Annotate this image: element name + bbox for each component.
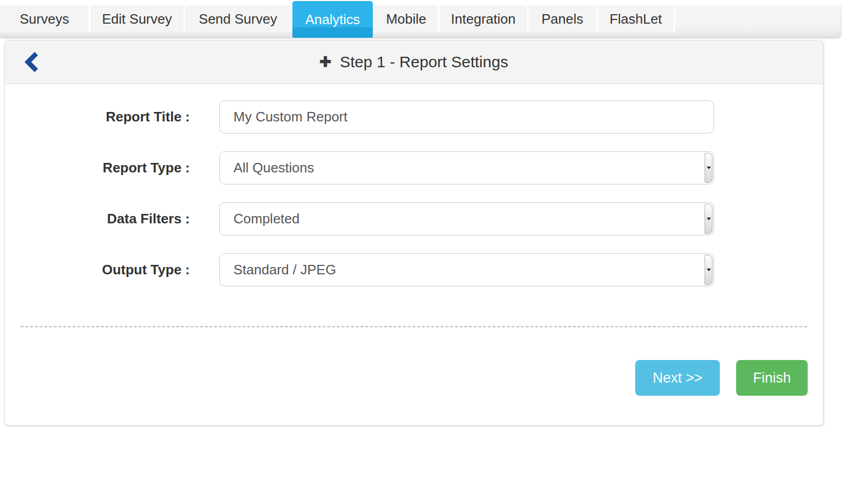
tab-flashlet[interactable]: FlashLet xyxy=(598,5,675,33)
report-title-input[interactable] xyxy=(219,100,714,133)
next-button[interactable]: Next >> xyxy=(635,360,720,396)
data-filters-row: Data Filters : Completed xyxy=(5,202,823,235)
caret-down-icon xyxy=(707,167,711,169)
tab-edit-survey[interactable]: Edit Survey xyxy=(90,5,185,33)
card-header: ✚ Step 1 - Report Settings xyxy=(5,40,823,84)
dropdown-arrow-button[interactable] xyxy=(705,255,712,285)
action-buttons: Next >> Finish xyxy=(5,360,823,396)
caret-down-icon xyxy=(707,269,711,271)
dropdown-arrow-button[interactable] xyxy=(705,153,712,183)
finish-button[interactable]: Finish xyxy=(736,360,808,396)
report-type-label: Report Type : xyxy=(5,160,190,176)
dashed-divider xyxy=(21,326,807,327)
data-filters-select[interactable]: Completed xyxy=(219,202,714,235)
page-title: Step 1 - Report Settings xyxy=(340,53,508,71)
tab-panels[interactable]: Panels xyxy=(528,5,598,33)
tab-integration[interactable]: Integration xyxy=(440,5,528,33)
selected-value: All Questions xyxy=(233,160,314,176)
report-title-label: Report Title : xyxy=(5,109,190,125)
dropdown-arrow-button[interactable] xyxy=(705,204,712,234)
caret-down-icon xyxy=(707,218,711,220)
output-type-row: Output Type : Standard / JPEG xyxy=(5,253,823,286)
report-settings-card: ✚ Step 1 - Report Settings Report Title … xyxy=(4,40,823,426)
output-type-select[interactable]: Standard / JPEG xyxy=(219,253,714,286)
nav-tabs: Surveys Edit Survey Send Survey Analytic… xyxy=(0,5,675,33)
page-title-wrap: ✚ Step 1 - Report Settings xyxy=(320,53,508,71)
plus-icon: ✚ xyxy=(320,54,332,70)
report-type-select[interactable]: All Questions xyxy=(219,151,714,184)
output-type-label: Output Type : xyxy=(5,262,190,278)
selected-value: Completed xyxy=(233,211,300,227)
report-type-row: Report Type : All Questions xyxy=(5,151,823,184)
report-settings-form: Report Title : Report Type : All Questio… xyxy=(5,84,823,286)
top-navbar: Surveys Edit Survey Send Survey Analytic… xyxy=(0,0,841,37)
tab-surveys[interactable]: Surveys xyxy=(0,5,90,33)
tab-mobile[interactable]: Mobile xyxy=(373,5,440,33)
selected-value: Standard / JPEG xyxy=(233,262,336,278)
chevron-left-icon xyxy=(24,52,38,73)
data-filters-label: Data Filters : xyxy=(5,211,190,227)
back-button[interactable] xyxy=(24,52,38,73)
tab-analytics[interactable]: Analytics xyxy=(292,1,373,38)
report-title-row: Report Title : xyxy=(5,100,823,133)
tab-send-survey[interactable]: Send Survey xyxy=(185,5,292,33)
